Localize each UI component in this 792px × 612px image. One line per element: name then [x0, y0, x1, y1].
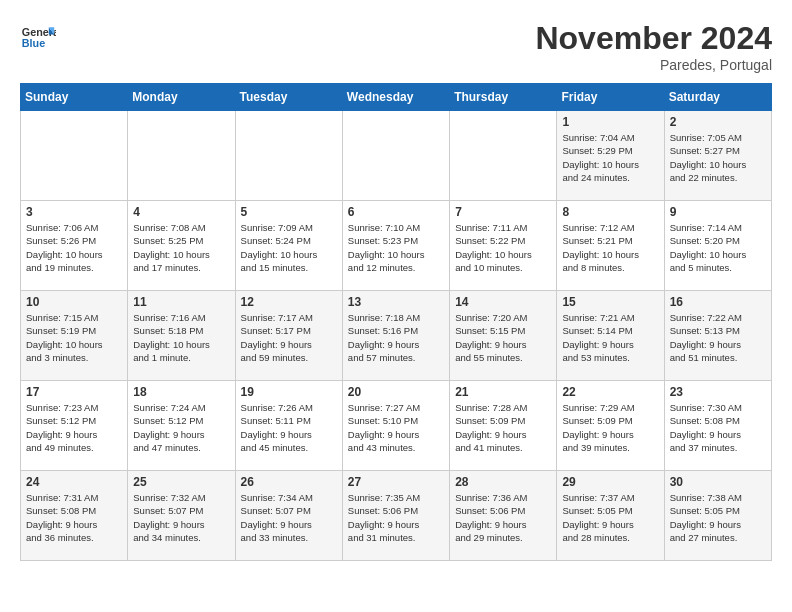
calendar-cell: 3Sunrise: 7:06 AM Sunset: 5:26 PM Daylig… [21, 201, 128, 291]
calendar-cell [450, 111, 557, 201]
day-number: 3 [26, 205, 122, 219]
page-header: General Blue November 2024 Paredes, Port… [20, 20, 772, 73]
calendar-cell: 20Sunrise: 7:27 AM Sunset: 5:10 PM Dayli… [342, 381, 449, 471]
calendar-cell: 21Sunrise: 7:28 AM Sunset: 5:09 PM Dayli… [450, 381, 557, 471]
day-info: Sunrise: 7:28 AM Sunset: 5:09 PM Dayligh… [455, 401, 551, 454]
calendar-cell: 13Sunrise: 7:18 AM Sunset: 5:16 PM Dayli… [342, 291, 449, 381]
calendar-week-1: 1Sunrise: 7:04 AM Sunset: 5:29 PM Daylig… [21, 111, 772, 201]
day-info: Sunrise: 7:21 AM Sunset: 5:14 PM Dayligh… [562, 311, 658, 364]
logo: General Blue [20, 20, 56, 56]
header-wednesday: Wednesday [342, 84, 449, 111]
day-info: Sunrise: 7:35 AM Sunset: 5:06 PM Dayligh… [348, 491, 444, 544]
calendar-cell: 12Sunrise: 7:17 AM Sunset: 5:17 PM Dayli… [235, 291, 342, 381]
day-info: Sunrise: 7:15 AM Sunset: 5:19 PM Dayligh… [26, 311, 122, 364]
day-info: Sunrise: 7:16 AM Sunset: 5:18 PM Dayligh… [133, 311, 229, 364]
day-number: 20 [348, 385, 444, 399]
day-number: 23 [670, 385, 766, 399]
calendar-cell: 17Sunrise: 7:23 AM Sunset: 5:12 PM Dayli… [21, 381, 128, 471]
calendar-cell: 29Sunrise: 7:37 AM Sunset: 5:05 PM Dayli… [557, 471, 664, 561]
day-info: Sunrise: 7:06 AM Sunset: 5:26 PM Dayligh… [26, 221, 122, 274]
day-info: Sunrise: 7:29 AM Sunset: 5:09 PM Dayligh… [562, 401, 658, 454]
calendar-cell: 5Sunrise: 7:09 AM Sunset: 5:24 PM Daylig… [235, 201, 342, 291]
day-number: 12 [241, 295, 337, 309]
calendar-cell: 22Sunrise: 7:29 AM Sunset: 5:09 PM Dayli… [557, 381, 664, 471]
calendar-cell [128, 111, 235, 201]
header-sunday: Sunday [21, 84, 128, 111]
day-number: 11 [133, 295, 229, 309]
day-number: 21 [455, 385, 551, 399]
day-number: 16 [670, 295, 766, 309]
title-block: November 2024 Paredes, Portugal [535, 20, 772, 73]
calendar-cell: 14Sunrise: 7:20 AM Sunset: 5:15 PM Dayli… [450, 291, 557, 381]
day-info: Sunrise: 7:18 AM Sunset: 5:16 PM Dayligh… [348, 311, 444, 364]
calendar-cell: 10Sunrise: 7:15 AM Sunset: 5:19 PM Dayli… [21, 291, 128, 381]
calendar-cell: 2Sunrise: 7:05 AM Sunset: 5:27 PM Daylig… [664, 111, 771, 201]
day-info: Sunrise: 7:20 AM Sunset: 5:15 PM Dayligh… [455, 311, 551, 364]
day-number: 22 [562, 385, 658, 399]
day-info: Sunrise: 7:12 AM Sunset: 5:21 PM Dayligh… [562, 221, 658, 274]
day-number: 26 [241, 475, 337, 489]
calendar-week-5: 24Sunrise: 7:31 AM Sunset: 5:08 PM Dayli… [21, 471, 772, 561]
day-info: Sunrise: 7:08 AM Sunset: 5:25 PM Dayligh… [133, 221, 229, 274]
day-number: 7 [455, 205, 551, 219]
calendar-cell: 6Sunrise: 7:10 AM Sunset: 5:23 PM Daylig… [342, 201, 449, 291]
calendar-cell: 23Sunrise: 7:30 AM Sunset: 5:08 PM Dayli… [664, 381, 771, 471]
header-tuesday: Tuesday [235, 84, 342, 111]
day-number: 18 [133, 385, 229, 399]
day-number: 5 [241, 205, 337, 219]
calendar-cell: 19Sunrise: 7:26 AM Sunset: 5:11 PM Dayli… [235, 381, 342, 471]
day-info: Sunrise: 7:23 AM Sunset: 5:12 PM Dayligh… [26, 401, 122, 454]
month-title: November 2024 [535, 20, 772, 57]
calendar-week-4: 17Sunrise: 7:23 AM Sunset: 5:12 PM Dayli… [21, 381, 772, 471]
day-info: Sunrise: 7:37 AM Sunset: 5:05 PM Dayligh… [562, 491, 658, 544]
day-info: Sunrise: 7:14 AM Sunset: 5:20 PM Dayligh… [670, 221, 766, 274]
logo-icon: General Blue [20, 20, 56, 56]
day-info: Sunrise: 7:05 AM Sunset: 5:27 PM Dayligh… [670, 131, 766, 184]
day-number: 14 [455, 295, 551, 309]
calendar-cell: 18Sunrise: 7:24 AM Sunset: 5:12 PM Dayli… [128, 381, 235, 471]
day-number: 15 [562, 295, 658, 309]
calendar-cell [235, 111, 342, 201]
header-friday: Friday [557, 84, 664, 111]
calendar-header-row: SundayMondayTuesdayWednesdayThursdayFrid… [21, 84, 772, 111]
day-info: Sunrise: 7:04 AM Sunset: 5:29 PM Dayligh… [562, 131, 658, 184]
day-number: 29 [562, 475, 658, 489]
day-number: 19 [241, 385, 337, 399]
header-monday: Monday [128, 84, 235, 111]
day-number: 4 [133, 205, 229, 219]
day-number: 6 [348, 205, 444, 219]
day-number: 1 [562, 115, 658, 129]
calendar-table: SundayMondayTuesdayWednesdayThursdayFrid… [20, 83, 772, 561]
calendar-cell: 4Sunrise: 7:08 AM Sunset: 5:25 PM Daylig… [128, 201, 235, 291]
day-info: Sunrise: 7:17 AM Sunset: 5:17 PM Dayligh… [241, 311, 337, 364]
day-info: Sunrise: 7:32 AM Sunset: 5:07 PM Dayligh… [133, 491, 229, 544]
day-info: Sunrise: 7:38 AM Sunset: 5:05 PM Dayligh… [670, 491, 766, 544]
calendar-cell: 9Sunrise: 7:14 AM Sunset: 5:20 PM Daylig… [664, 201, 771, 291]
day-info: Sunrise: 7:34 AM Sunset: 5:07 PM Dayligh… [241, 491, 337, 544]
calendar-cell: 16Sunrise: 7:22 AM Sunset: 5:13 PM Dayli… [664, 291, 771, 381]
day-number: 2 [670, 115, 766, 129]
calendar-cell: 8Sunrise: 7:12 AM Sunset: 5:21 PM Daylig… [557, 201, 664, 291]
day-info: Sunrise: 7:24 AM Sunset: 5:12 PM Dayligh… [133, 401, 229, 454]
calendar-cell: 30Sunrise: 7:38 AM Sunset: 5:05 PM Dayli… [664, 471, 771, 561]
day-number: 28 [455, 475, 551, 489]
calendar-cell [342, 111, 449, 201]
calendar-week-3: 10Sunrise: 7:15 AM Sunset: 5:19 PM Dayli… [21, 291, 772, 381]
header-thursday: Thursday [450, 84, 557, 111]
calendar-cell: 28Sunrise: 7:36 AM Sunset: 5:06 PM Dayli… [450, 471, 557, 561]
day-info: Sunrise: 7:36 AM Sunset: 5:06 PM Dayligh… [455, 491, 551, 544]
calendar-cell: 1Sunrise: 7:04 AM Sunset: 5:29 PM Daylig… [557, 111, 664, 201]
calendar-cell: 27Sunrise: 7:35 AM Sunset: 5:06 PM Dayli… [342, 471, 449, 561]
header-saturday: Saturday [664, 84, 771, 111]
day-number: 24 [26, 475, 122, 489]
calendar-cell: 11Sunrise: 7:16 AM Sunset: 5:18 PM Dayli… [128, 291, 235, 381]
day-info: Sunrise: 7:26 AM Sunset: 5:11 PM Dayligh… [241, 401, 337, 454]
day-info: Sunrise: 7:11 AM Sunset: 5:22 PM Dayligh… [455, 221, 551, 274]
calendar-week-2: 3Sunrise: 7:06 AM Sunset: 5:26 PM Daylig… [21, 201, 772, 291]
calendar-cell: 7Sunrise: 7:11 AM Sunset: 5:22 PM Daylig… [450, 201, 557, 291]
day-info: Sunrise: 7:09 AM Sunset: 5:24 PM Dayligh… [241, 221, 337, 274]
day-number: 10 [26, 295, 122, 309]
day-number: 9 [670, 205, 766, 219]
day-number: 8 [562, 205, 658, 219]
calendar-cell: 24Sunrise: 7:31 AM Sunset: 5:08 PM Dayli… [21, 471, 128, 561]
